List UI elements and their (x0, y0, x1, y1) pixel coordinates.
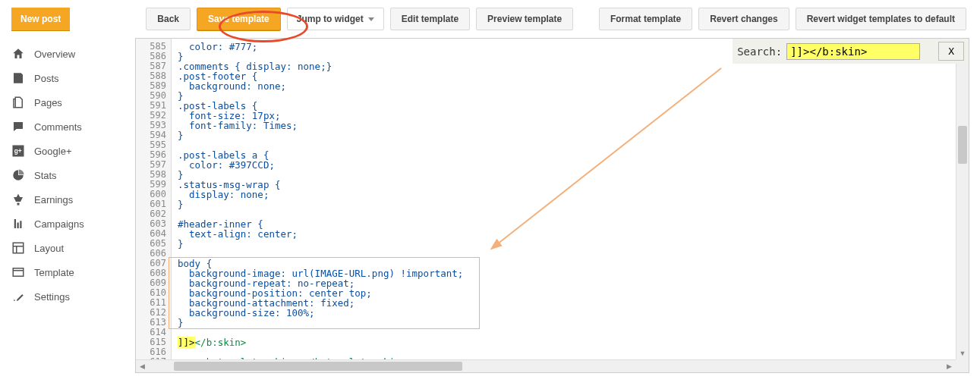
toolbar: New post Back Save template Jump to widg… (0, 0, 980, 38)
sidebar-item-comments[interactable]: Comments (0, 115, 133, 139)
sidebar: Overview Posts Pages Comments g+Google+ … (0, 38, 133, 373)
code-area[interactable]: color: #777; } .comments { display: none… (172, 39, 969, 372)
editor-wrap: 585 586 587 588 589 590 591 592 593 594 … (135, 38, 969, 373)
jump-to-widget-label: Jump to widget (297, 14, 364, 24)
save-template-button[interactable]: Save template (197, 8, 281, 30)
scroll-thumb-v[interactable] (958, 126, 967, 164)
comments-icon (11, 120, 25, 133)
campaigns-icon (11, 217, 25, 231)
scroll-thumb-h[interactable] (174, 362, 462, 371)
preview-template-button[interactable]: Preview template (476, 8, 573, 30)
sidebar-item-earnings[interactable]: Earnings (0, 187, 133, 212)
settings-icon (11, 290, 25, 303)
scroll-right-icon[interactable]: ▶ (943, 360, 956, 372)
template-icon (11, 265, 25, 279)
sidebar-item-label: Overview (34, 49, 75, 60)
sidebar-item-stats[interactable]: Stats (0, 163, 133, 187)
sidebar-item-settings[interactable]: Settings (0, 284, 133, 309)
edit-template-button[interactable]: Edit template (390, 8, 470, 30)
sidebar-item-label: Settings (34, 291, 70, 303)
sidebar-item-label: Campaigns (34, 218, 84, 230)
toolbar-right-group: Format template Revert changes Revert wi… (599, 8, 966, 30)
gplus-icon: g+ (11, 144, 25, 158)
sidebar-item-label: Stats (34, 170, 57, 181)
earnings-icon (11, 193, 25, 206)
revert-changes-button[interactable]: Revert changes (698, 8, 789, 30)
sidebar-item-layout[interactable]: Layout (0, 236, 133, 260)
sidebar-item-google-plus[interactable]: g+Google+ (0, 139, 133, 163)
sidebar-item-label: Posts (34, 73, 59, 84)
revert-widget-button[interactable]: Revert widget templates to default (796, 8, 966, 30)
back-button[interactable]: Back (146, 8, 191, 30)
sidebar-item-label: Google+ (34, 146, 72, 157)
svg-text:g+: g+ (14, 148, 22, 155)
sidebar-item-label: Pages (34, 97, 62, 108)
horizontal-scrollbar[interactable]: ◀ ▶ (136, 359, 956, 372)
line-gutter: 585 586 587 588 589 590 591 592 593 594 … (136, 39, 172, 372)
sidebar-item-template[interactable]: Template (0, 260, 133, 284)
home-icon (11, 47, 25, 61)
scroll-down-icon[interactable]: ▼ (956, 347, 969, 359)
posts-icon (11, 71, 25, 85)
vertical-scrollbar[interactable]: ▲ ▼ (956, 39, 969, 359)
search-input[interactable] (786, 43, 920, 60)
sidebar-item-label: Earnings (34, 194, 73, 205)
pages-icon (11, 96, 25, 109)
scroll-corner (956, 359, 969, 372)
layout-icon (11, 241, 25, 255)
sidebar-item-label: Layout (34, 243, 64, 254)
search-close-button[interactable]: X (938, 42, 964, 61)
scroll-left-icon[interactable]: ◀ (136, 360, 149, 372)
code-editor[interactable]: 585 586 587 588 589 590 591 592 593 594 … (135, 38, 969, 373)
sidebar-item-label: Template (34, 267, 74, 278)
search-bar: Search: X (733, 39, 969, 64)
sidebar-item-campaigns[interactable]: Campaigns (0, 212, 133, 236)
main-area: Overview Posts Pages Comments g+Google+ … (0, 38, 980, 373)
format-template-button[interactable]: Format template (599, 8, 692, 30)
sidebar-item-overview[interactable]: Overview (0, 42, 133, 66)
new-post-button[interactable]: New post (11, 8, 70, 30)
search-label: Search: (737, 45, 782, 58)
sidebar-item-pages[interactable]: Pages (0, 90, 133, 115)
sidebar-item-posts[interactable]: Posts (0, 66, 133, 90)
sidebar-item-label: Comments (34, 121, 82, 133)
toolbar-left-group: Back Save template Jump to widget Edit t… (146, 8, 573, 30)
jump-to-widget-dropdown[interactable]: Jump to widget (287, 8, 384, 30)
chevron-down-icon (368, 17, 374, 21)
stats-icon (11, 168, 25, 182)
